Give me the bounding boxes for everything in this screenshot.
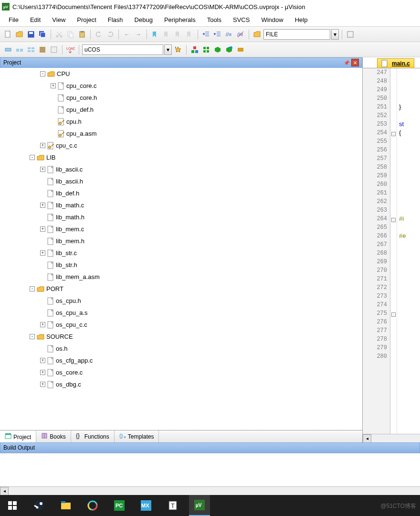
tree-node-lib_mem_a-asm[interactable]: lib_mem_a.asm	[0, 271, 362, 283]
bookmark-clear-icon[interactable]	[184, 29, 195, 40]
uvision-taskbar-icon[interactable]: µV	[189, 495, 210, 516]
comment-icon[interactable]: //≡	[224, 29, 234, 40]
fold-gutter[interactable]: ---	[390, 68, 397, 434]
tree-node-os_cpu_c-c[interactable]: +os_cpu_c.c	[0, 319, 362, 331]
pin-icon[interactable]: 📌	[343, 59, 350, 66]
collapse-icon[interactable]: -	[30, 155, 35, 160]
file-explorer-icon[interactable]	[55, 495, 76, 516]
batch-build-icon[interactable]	[37, 44, 48, 55]
tree-node-CPU[interactable]: -CPU	[0, 68, 362, 80]
bottom-tab-functions[interactable]: {}Functions	[71, 430, 115, 442]
download-icon[interactable]: LOAD	[65, 44, 76, 55]
find-combo-drop-icon[interactable]: ▾	[331, 29, 339, 40]
tree-node-os-h[interactable]: os.h	[0, 343, 362, 355]
select-sw-packs-icon[interactable]	[224, 44, 234, 55]
close-panel-icon[interactable]: ✕	[351, 59, 359, 66]
menu-file[interactable]: File	[4, 15, 23, 25]
copy-icon[interactable]	[65, 29, 76, 40]
browser-icon[interactable]	[82, 495, 103, 516]
menu-view[interactable]: View	[47, 15, 70, 25]
bookmark-next-icon[interactable]	[173, 29, 183, 40]
editor-hscroll[interactable]: ◂	[363, 434, 420, 442]
expand-icon[interactable]: +	[40, 143, 45, 148]
tree-node-lib_math-c[interactable]: +lib_math.c	[0, 199, 362, 211]
tree-node-cpu_c-c[interactable]: +cpu_c.c	[0, 140, 362, 151]
menu-window[interactable]: Window	[256, 15, 288, 25]
undo-icon[interactable]	[94, 29, 104, 40]
uncomment-icon[interactable]: //≡	[235, 29, 246, 40]
menu-debug[interactable]: Debug	[130, 15, 158, 25]
rebuild-icon[interactable]	[26, 44, 36, 55]
bottom-tab-templates[interactable]: {}Templates	[115, 430, 159, 442]
collapse-icon[interactable]: -	[40, 71, 45, 76]
steam-icon[interactable]	[29, 495, 50, 516]
menu-project[interactable]: Project	[72, 15, 101, 25]
build-icon[interactable]	[14, 44, 25, 55]
tree-node-lib_str-c[interactable]: +lib_str.c	[0, 247, 362, 259]
options-icon[interactable]	[173, 44, 183, 55]
tree-node-lib_def-h[interactable]: lib_def.h	[0, 187, 362, 199]
cut-icon[interactable]	[54, 29, 64, 40]
outdent-icon[interactable]	[212, 29, 223, 40]
menu-edit[interactable]: Edit	[25, 15, 45, 25]
menu-peripherals[interactable]: Peripherals	[159, 15, 200, 25]
tree-node-cpu-h[interactable]: cpu.h	[0, 116, 362, 128]
pack-installer-icon[interactable]	[201, 44, 211, 55]
bottom-tab-project[interactable]: Project	[0, 430, 36, 442]
expand-icon[interactable]: +	[51, 83, 56, 88]
manage-rte-icon[interactable]	[189, 44, 200, 55]
project-tree[interactable]: -CPU+cpu_core.ccpu_core.hcpu_def.hcpu.hc…	[0, 68, 362, 430]
save-icon[interactable]	[26, 29, 36, 40]
nav-fwd-icon[interactable]: →	[133, 29, 144, 40]
expand-icon[interactable]: +	[40, 250, 45, 256]
menu-svcs[interactable]: SVCS	[228, 15, 254, 25]
scroll-left-icon[interactable]: ◂	[363, 434, 371, 443]
tree-node-cpu_core-c[interactable]: +cpu_core.c	[0, 80, 362, 92]
open-icon[interactable]	[14, 29, 25, 40]
menu-tools[interactable]: Tools	[202, 15, 226, 25]
tree-node-os_cpu-h[interactable]: os_cpu.h	[0, 295, 362, 307]
expand-icon[interactable]: +	[40, 382, 45, 387]
bookmark-prev-icon[interactable]	[161, 29, 172, 40]
tree-node-lib_math-h[interactable]: lib_math.h	[0, 211, 362, 223]
expand-icon[interactable]: +	[40, 370, 45, 375]
start-menu-icon[interactable]	[2, 495, 23, 516]
tree-node-os_cfg_app-c[interactable]: +os_cfg_app.c	[0, 355, 362, 366]
target-combo-drop-icon[interactable]: ▾	[164, 44, 172, 55]
redo-icon[interactable]	[105, 29, 116, 40]
tree-node-os_cpu_a-s[interactable]: os_cpu_a.s	[0, 307, 362, 319]
collapse-icon[interactable]: -	[30, 334, 35, 339]
build-hscroll[interactable]: ◂	[0, 486, 420, 495]
tree-node-SOURCE[interactable]: -SOURCE	[0, 331, 362, 343]
stop-build-icon[interactable]	[49, 44, 59, 55]
paste-icon[interactable]	[77, 29, 87, 40]
new-file-icon[interactable]	[3, 29, 13, 40]
manage-mlayer-icon[interactable]	[235, 44, 246, 55]
tree-node-lib_ascii-h[interactable]: lib_ascii.h	[0, 175, 362, 187]
bottom-tab-books[interactable]: Books	[36, 430, 71, 442]
tree-node-os_core-c[interactable]: +os_core.c	[0, 366, 362, 378]
expand-icon[interactable]: +	[40, 167, 45, 172]
translate-icon[interactable]	[3, 44, 13, 55]
tool-extra-icon[interactable]	[345, 29, 356, 40]
find-combo[interactable]: FILE	[263, 29, 330, 40]
mx-icon[interactable]: MX	[136, 495, 157, 516]
pycharm-icon[interactable]: PC	[109, 495, 130, 516]
menu-flash[interactable]: Flash	[103, 15, 128, 25]
nav-back-icon[interactable]: ←	[122, 29, 132, 40]
tree-node-cpu_core-h[interactable]: cpu_core.h	[0, 92, 362, 104]
code-area[interactable]: }st{#i#e	[397, 68, 420, 434]
expand-icon[interactable]: +	[40, 203, 45, 208]
tree-node-lib_mem-h[interactable]: lib_mem.h	[0, 235, 362, 247]
find-in-files-icon[interactable]	[252, 29, 262, 40]
expand-icon[interactable]: +	[40, 358, 45, 363]
expand-icon[interactable]: +	[40, 322, 45, 327]
tree-node-lib_mem-c[interactable]: +lib_mem.c	[0, 223, 362, 235]
menu-help[interactable]: Help	[290, 15, 313, 25]
save-all-icon[interactable]	[37, 29, 48, 40]
text-editor-icon[interactable]: T	[162, 495, 183, 516]
tree-node-cpu_def-h[interactable]: cpu_def.h	[0, 104, 362, 116]
tree-node-cpu_a-asm[interactable]: cpu_a.asm	[0, 128, 362, 140]
manage-packs-icon[interactable]	[212, 44, 223, 55]
indent-icon[interactable]	[201, 29, 211, 40]
